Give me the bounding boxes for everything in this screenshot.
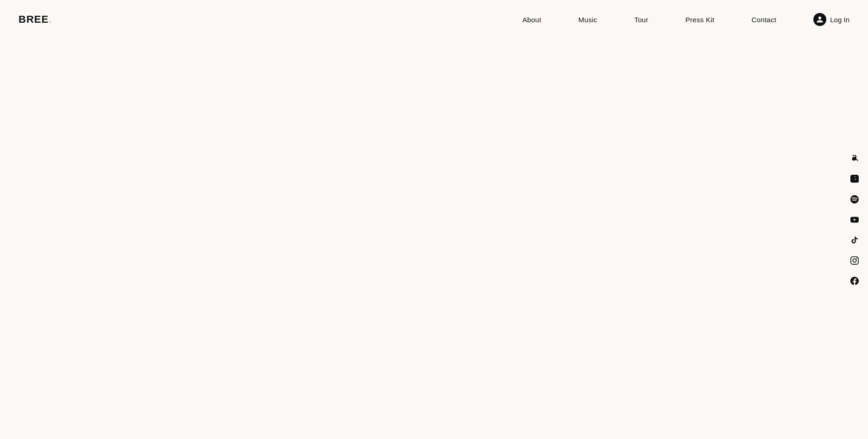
site-header: BREE. About Music Tour Press Kit Contact… [0,0,868,39]
logo-dot: . [49,13,52,25]
nav-music[interactable]: Music [579,16,598,24]
site-logo[interactable]: BREE. [19,13,52,25]
spotify-icon[interactable] [849,194,860,204]
logo-text: BREE [19,13,49,25]
amazon-music-icon[interactable] [849,153,860,164]
social-sidebar [849,153,860,286]
apple-music-icon[interactable] [849,174,860,184]
nav-about[interactable]: About [522,16,541,24]
login-label: Log In [830,16,849,24]
nav-tour[interactable]: Tour [634,16,648,24]
facebook-icon[interactable] [849,276,860,286]
main-nav: About Music Tour Press Kit Contact Log I… [522,13,849,26]
tiktok-icon[interactable] [849,235,860,245]
account-icon [813,13,826,26]
nav-press-kit[interactable]: Press Kit [686,16,715,24]
nav-contact[interactable]: Contact [751,16,776,24]
instagram-icon[interactable] [849,255,860,266]
youtube-icon[interactable] [849,215,860,225]
person-icon [816,16,824,23]
login-button[interactable]: Log In [813,13,849,26]
main-content [0,0,868,400]
